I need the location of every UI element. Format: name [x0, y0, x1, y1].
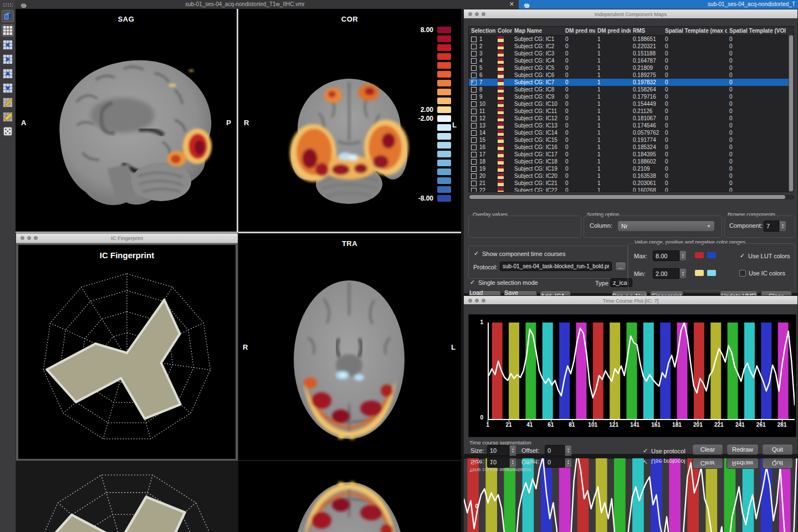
redraw-button[interactable]: Redraw: [727, 444, 759, 455]
grid-arrow-left-icon[interactable]: [2, 39, 14, 51]
table-row[interactable]: 18Subject CG: IC18010.18860200: [469, 158, 794, 165]
row-checkbox[interactable]: [471, 145, 477, 150]
close-icon[interactable]: ✕: [509, 1, 514, 8]
row-checkbox[interactable]: [471, 137, 477, 143]
row-checkbox[interactable]: [471, 181, 477, 186]
table-row[interactable]: 4Subject CG: IC4010.16478700: [469, 57, 794, 64]
column-header[interactable]: RMS: [631, 27, 663, 35]
row-checkbox[interactable]: [471, 123, 477, 129]
vmr-window-title: sub-01_ses-04_acq-nondistorted_T1w_IIHC.…: [16, 1, 474, 7]
fingerprint-window-titlebar[interactable]: IC Fingerprint: [16, 233, 238, 243]
component-table[interactable]: SelectionColorMap NameDM pred maxDM pred…: [468, 26, 794, 192]
row-checkbox[interactable]: [471, 159, 477, 165]
table-row[interactable]: 7Subject CG: IC7010.19783200: [469, 79, 794, 86]
show-time-courses-checkbox[interactable]: ✓ Show component time courses: [473, 250, 565, 257]
table-row[interactable]: 3Subject CG: IC3010.15118800: [469, 50, 794, 57]
column-header[interactable]: DM pred index: [595, 27, 631, 35]
row-checkbox[interactable]: [471, 37, 477, 42]
map-color-swatch: [498, 151, 504, 157]
size-stepper[interactable]: 10 ▲▼: [487, 445, 516, 456]
tcp-titlebar[interactable]: Time Course Plot [IC: 7]: [464, 296, 797, 305]
table-row[interactable]: 13Subject CG: IC13010.17454600: [469, 122, 794, 129]
column-header[interactable]: Color: [495, 27, 512, 35]
component-stepper[interactable]: 7 ▲▼: [764, 221, 786, 232]
clear-button[interactable]: Clear: [692, 444, 723, 455]
table-row[interactable]: 10Subject CG: IC10010.15444900: [469, 100, 794, 108]
table-row[interactable]: 9Subject CG: IC9010.17971600: [469, 93, 794, 100]
protocol-field[interactable]: sub-01_ses-04_task-blocked_run-1_bold.pr…: [500, 262, 612, 271]
icm-titlebar[interactable]: Independent Component Maps: [464, 9, 797, 19]
single-selection-checkbox[interactable]: ✓ Single selection mode: [469, 279, 538, 286]
row-checkbox[interactable]: [471, 188, 477, 193]
map-color-swatch: [498, 137, 504, 143]
table-row[interactable]: 17Subject CG: IC17010.18439500: [469, 151, 794, 158]
grid-arrow-up-icon[interactable]: [2, 68, 14, 80]
table-row[interactable]: 22Subject CG: IC22010.16026800: [469, 187, 794, 192]
stepper-arrows-icon[interactable]: ▲▼: [679, 250, 687, 261]
cor-slice-view[interactable]: COR R L: [238, 9, 461, 233]
component-table-body[interactable]: 1Subject CG: IC1010.188651002Subject CG:…: [469, 35, 794, 192]
column-header[interactable]: Spatial Template (VOI: [727, 27, 794, 35]
row-checkbox[interactable]: [471, 109, 477, 114]
row-checkbox[interactable]: [471, 130, 477, 136]
table-vertical-scrollbar[interactable]: [789, 35, 794, 192]
table-row[interactable]: 16Subject CG: IC16010.18532400: [469, 144, 794, 151]
use-ic-colors-checkbox[interactable]: Use IC colors: [739, 270, 785, 277]
quit-button[interactable]: Quit: [762, 444, 793, 455]
cube-3d-icon[interactable]: [2, 10, 14, 22]
row-checkbox[interactable]: [471, 101, 477, 107]
use-protocol-checkbox[interactable]: ✓ Use protocol: [642, 447, 686, 454]
table-row[interactable]: 21Subject CG: IC21010.20306100: [469, 180, 794, 187]
stepper-arrows-icon[interactable]: ▲▼: [509, 445, 516, 456]
stepper-arrows-icon[interactable]: ▲▼: [679, 268, 687, 279]
row-checkbox[interactable]: [471, 94, 477, 100]
sort-column-dropdown[interactable]: Nr ▼: [617, 221, 715, 232]
vmr-window-titlebar[interactable]: sub-01_ses-04_acq-nondistorted_T1w_IIHC.…: [16, 0, 519, 9]
table-row[interactable]: 12Subject CG: IC12010.18106700: [469, 115, 794, 122]
min-stepper[interactable]: 2.00 ▲▼: [653, 268, 687, 279]
stepper-arrows-icon[interactable]: ▲▼: [779, 221, 786, 232]
table-row[interactable]: 19Subject CG: IC19010.210900: [469, 165, 794, 172]
use-lut-colors-checkbox[interactable]: ✓ Use LUT colors: [739, 252, 790, 259]
table-row[interactable]: 2Subject CG: IC2010.22032100: [469, 43, 794, 50]
protocol-browse-button[interactable]: ...: [615, 262, 626, 271]
dice-icon[interactable]: [2, 125, 14, 137]
table-row[interactable]: 11Subject CG: IC11010.2112600: [469, 108, 794, 115]
row-checkbox[interactable]: [471, 44, 477, 49]
table-row[interactable]: 8Subject CG: IC8010.15826400: [469, 86, 794, 93]
column-header[interactable]: Map Name: [512, 27, 563, 35]
column-header[interactable]: Selection: [469, 27, 495, 35]
table-row[interactable]: 14Subject CG: IC14010.057976200: [469, 129, 794, 136]
table-row[interactable]: 20Subject CG: IC20010.16353800: [469, 172, 794, 180]
grid-icon[interactable]: [2, 24, 14, 37]
row-checkbox[interactable]: [471, 152, 477, 157]
table-row[interactable]: 1Subject CG: IC1010.18865100: [469, 35, 794, 43]
row-checkbox[interactable]: [471, 51, 477, 57]
table-row[interactable]: 6Subject CG: IC6010.18927500: [469, 71, 794, 79]
column-header[interactable]: DM pred max: [563, 27, 595, 35]
row-checkbox[interactable]: [471, 116, 477, 121]
column-header[interactable]: Spatial Template (max cor: [663, 27, 727, 35]
table-row[interactable]: 5Subject CG: IC5010.2180900: [469, 64, 794, 71]
stepper-arrows-icon[interactable]: ▲▼: [565, 445, 572, 456]
table-row[interactable]: 15Subject CG: IC15010.19177400: [469, 136, 794, 144]
row-checkbox[interactable]: [471, 173, 477, 179]
grid-arrow-right-icon[interactable]: [2, 53, 14, 65]
row-checkbox[interactable]: [471, 166, 477, 172]
offset-stepper[interactable]: 0 ▲▼: [545, 445, 572, 456]
row-checkbox[interactable]: [471, 80, 477, 85]
tra-slice-view[interactable]: TRA R L: [238, 233, 461, 460]
grid-arrow-down-icon[interactable]: [2, 82, 14, 94]
sag-slice-view[interactable]: SAG A P: [16, 9, 237, 233]
row-checkbox[interactable]: [471, 73, 477, 78]
pencil-icon[interactable]: [2, 96, 14, 109]
max-stepper[interactable]: 8.00 ▲▼: [653, 250, 687, 261]
row-checkbox[interactable]: [471, 65, 477, 71]
row-checkbox[interactable]: [471, 87, 477, 93]
pencil-alt-icon[interactable]: [2, 111, 14, 123]
row-checkbox[interactable]: [471, 58, 477, 64]
background-window-titlebar[interactable]: sub-01_ses-04_acq-nondistorted_T: [519, 0, 798, 9]
tra-slice-view[interactable]: TRA R L: [238, 461, 461, 532]
table-horizontal-scrollbar[interactable]: [468, 195, 794, 200]
component-table-header[interactable]: SelectionColorMap NameDM pred maxDM pred…: [469, 27, 794, 35]
